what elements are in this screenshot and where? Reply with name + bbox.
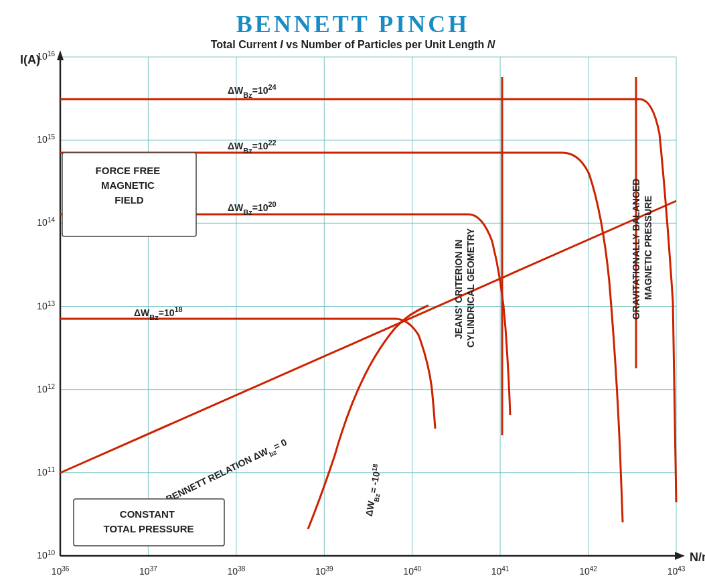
x-tick-42: 1042 bbox=[579, 565, 597, 577]
grav-label: GRAVITATIONALLY BALANCED MAGNETIC PRESSU… bbox=[631, 176, 653, 320]
x-tick-36: 1036 bbox=[52, 565, 70, 577]
y-tick-14: 1014 bbox=[37, 216, 55, 228]
jeans-label: JEANS' CRITERION IN CYLINDRICAL GEOMETRY bbox=[453, 228, 476, 348]
y-tick-10: 1010 bbox=[37, 549, 55, 561]
y-axis-arrow bbox=[57, 50, 64, 60]
chart-container: BENNETT PINCH Total Current I vs Number … bbox=[0, 0, 705, 588]
x-tick-38: 1038 bbox=[228, 565, 246, 577]
x-tick-40: 1040 bbox=[403, 565, 421, 577]
y-tick-12: 1012 bbox=[37, 382, 55, 394]
y-tick-13: 1013 bbox=[37, 299, 55, 311]
bennett-relation-curve bbox=[60, 201, 676, 473]
wbz-20-curve bbox=[60, 214, 510, 415]
x-axis-arrow bbox=[675, 552, 685, 560]
wbz-24-label: ΔWBz=1024 bbox=[228, 83, 277, 99]
y-tick-11: 1011 bbox=[37, 465, 55, 477]
wbz-neg18-curve bbox=[308, 305, 428, 529]
x-tick-37: 1037 bbox=[139, 565, 157, 577]
y-tick-16: 1016 bbox=[37, 50, 55, 62]
bennett-relation-label: BENNETT RELATION ΔWbz= 0 bbox=[164, 437, 290, 508]
chart-subtitle: Total Current I vs Number of Particles p… bbox=[211, 39, 495, 50]
constant-pressure-box bbox=[74, 499, 224, 546]
x-tick-41: 1041 bbox=[491, 565, 510, 577]
x-tick-43: 1043 bbox=[668, 565, 686, 577]
wbz-neg18-label: ΔWBz= -1018 bbox=[362, 463, 386, 518]
x-axis-label: N/m bbox=[690, 550, 705, 564]
y-tick-15: 1015 bbox=[37, 133, 55, 145]
wbz-18-curve bbox=[60, 319, 435, 429]
chart-title: BENNETT PINCH bbox=[236, 11, 469, 38]
x-tick-39: 1039 bbox=[315, 565, 333, 577]
